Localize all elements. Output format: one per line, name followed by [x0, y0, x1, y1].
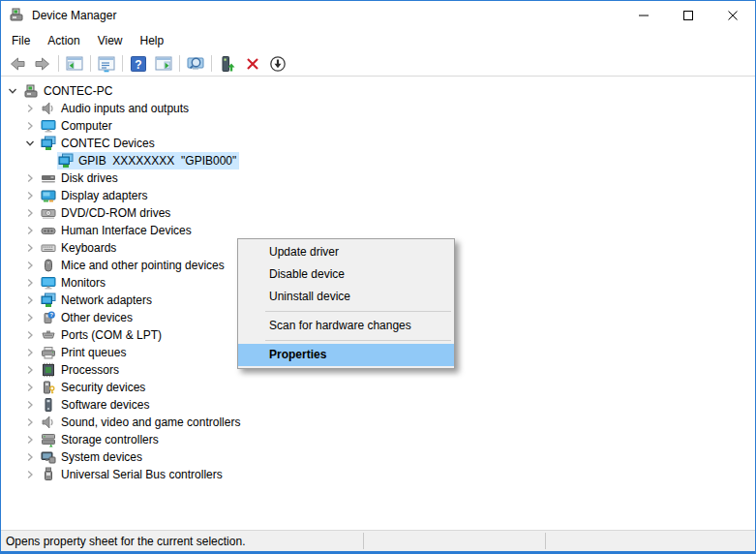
selected-row-highlight: GPIB XXXXXXXX "GPIB000" — [57, 152, 239, 169]
mouse-device-icon — [41, 258, 56, 273]
show-console-tree-toolbar-button[interactable] — [62, 52, 87, 76]
audio-device-icon — [41, 101, 56, 116]
tree-item-human-interface-devices[interactable]: Human Interface Devices — [1, 222, 755, 239]
device-manager-window: Device Manager FileActionViewHelp ? CONT… — [0, 0, 756, 554]
row-content: DVD/CD-ROM drives — [40, 204, 173, 222]
chevron-right-icon[interactable] — [24, 451, 36, 463]
tree-item-label: Mice and other pointing devices — [61, 259, 225, 272]
netdev-device-icon — [41, 136, 56, 151]
tree-item-label: CONTEC-PC — [44, 84, 112, 98]
tree-item-gpib-xxxxxxxx-gpib000[interactable]: GPIB XXXXXXXX "GPIB000" — [1, 152, 755, 169]
chevron-right-icon[interactable] — [24, 434, 36, 446]
tree-item-universal-serial-bus-controllers[interactable]: Universal Serial Bus controllers — [1, 466, 755, 483]
row-content: Storage controllers — [40, 431, 162, 448]
menu-help[interactable]: Help — [132, 31, 173, 50]
titlebar[interactable]: Device Manager — [1, 1, 755, 30]
toolbar-separator — [90, 55, 91, 72]
context-menu-item-uninstall-device[interactable]: Uninstall device — [238, 286, 454, 308]
tree-item-system-devices[interactable]: System devices — [1, 448, 755, 466]
chevron-right-icon[interactable] — [24, 260, 36, 271]
chevron-right-icon[interactable] — [24, 242, 36, 254]
tree-item-label: Network adapters — [61, 293, 152, 307]
disable-toolbar-button[interactable] — [265, 52, 290, 76]
row-content: Monitors — [40, 274, 108, 292]
maximize-button[interactable] — [666, 1, 711, 30]
audio-device-icon — [41, 415, 56, 430]
menu-file[interactable]: File — [3, 31, 39, 50]
statusbar-divider — [545, 533, 546, 549]
tb-console-icon — [65, 54, 84, 74]
row-content: Display adapters — [40, 187, 150, 204]
uninstall-toolbar-button[interactable] — [240, 52, 265, 76]
chevron-right-icon[interactable] — [24, 312, 36, 323]
update-driver-toolbar-button[interactable] — [215, 52, 240, 76]
monitor-device-icon — [41, 118, 56, 134]
back-toolbar-button[interactable] — [5, 52, 30, 76]
monitor-device-icon — [41, 275, 56, 291]
chevron-right-icon[interactable] — [24, 225, 36, 236]
properties-toolbar-button[interactable] — [94, 52, 119, 76]
chevron-right-icon[interactable] — [24, 382, 36, 393]
storage-device-icon — [41, 432, 56, 447]
tree-item-label: GPIB XXXXXXXX "GPIB000" — [78, 154, 236, 168]
chevron-right-icon[interactable] — [24, 347, 36, 358]
show-action-pane-toolbar-button[interactable] — [151, 52, 176, 76]
scan-for-hardware-changes-toolbar-button[interactable] — [183, 52, 208, 76]
chevron-right-icon[interactable] — [24, 364, 36, 376]
maximize-icon — [683, 11, 693, 20]
chevron-right-icon[interactable] — [24, 190, 36, 201]
toolbar-separator — [58, 55, 59, 72]
chevron-right-icon[interactable] — [24, 399, 36, 411]
row-content: Computer — [40, 117, 115, 135]
chevron-right-icon[interactable] — [24, 277, 36, 289]
tree-item-contec-devices[interactable]: CONTEC Devices — [1, 135, 755, 152]
context-menu-item-update-driver[interactable]: Update driver — [238, 241, 454, 263]
row-content: Print queues — [40, 344, 129, 361]
tree-item-security-devices[interactable]: Security devices — [1, 379, 755, 396]
help-toolbar-button[interactable]: ? — [126, 52, 151, 76]
tree-item-display-adapters[interactable]: Display adapters — [1, 187, 755, 204]
status-text: Opens property sheet for the current sel… — [1, 535, 245, 548]
context-menu-item-scan-for-hardware-changes[interactable]: Scan for hardware changes — [238, 315, 454, 337]
netdev-device-icon — [58, 153, 74, 169]
chevron-right-icon[interactable] — [24, 103, 36, 114]
context-menu-item-disable-device[interactable]: Disable device — [238, 263, 454, 286]
chevron-down-icon[interactable] — [24, 138, 36, 149]
menubar: FileActionViewHelp — [1, 30, 755, 51]
menu-view[interactable]: View — [89, 31, 132, 50]
close-button[interactable] — [711, 1, 755, 30]
ports-device-icon — [41, 327, 56, 343]
chevron-right-icon[interactable] — [24, 294, 36, 306]
tb-action-icon — [154, 54, 173, 74]
tree-item-label: Computer — [61, 119, 112, 133]
menu-action[interactable]: Action — [39, 31, 88, 50]
chevron-right-icon[interactable] — [24, 207, 36, 219]
tree-item-audio-inputs-and-outputs[interactable]: Audio inputs and outputs — [1, 100, 755, 117]
row-content: Audio inputs and outputs — [40, 100, 192, 117]
chevron-right-icon[interactable] — [24, 172, 36, 184]
tree-item-computer[interactable]: Computer — [1, 117, 755, 135]
chevron-right-icon[interactable] — [24, 329, 36, 341]
tree-item-label: Print queues — [61, 346, 126, 359]
forward-toolbar-button[interactable] — [30, 52, 55, 76]
chevron-right-icon[interactable] — [24, 120, 36, 132]
keyboard-device-icon — [41, 240, 56, 256]
context-menu-item-properties[interactable]: Properties — [238, 344, 454, 366]
chevron-right-icon[interactable] — [24, 469, 36, 480]
chevron-right-icon[interactable] — [24, 416, 36, 428]
tree-item-sound-video-and-game-controllers[interactable]: Sound, video and game controllers — [1, 414, 755, 431]
minimize-button[interactable] — [621, 1, 666, 30]
statusbar: Opens property sheet for the current sel… — [1, 530, 755, 551]
tree-item-software-devices[interactable]: Software devices — [1, 396, 755, 414]
chevron-down-icon[interactable] — [7, 85, 18, 97]
tree-item-disk-drives[interactable]: Disk drives — [1, 169, 755, 187]
netdev-device-icon — [41, 292, 56, 308]
tree-item-label: Other devices — [61, 311, 133, 324]
tree-item-storage-controllers[interactable]: Storage controllers — [1, 431, 755, 448]
security-device-icon — [41, 380, 56, 395]
row-content: Software devices — [40, 396, 152, 414]
tree-item-contec-pc[interactable]: CONTEC-PC — [1, 82, 755, 100]
tb-help-icon: ? — [129, 54, 148, 74]
tree-item-dvd-cd-rom-drives[interactable]: DVD/CD-ROM drives — [1, 204, 755, 222]
tree-item-label: Display adapters — [61, 189, 147, 202]
